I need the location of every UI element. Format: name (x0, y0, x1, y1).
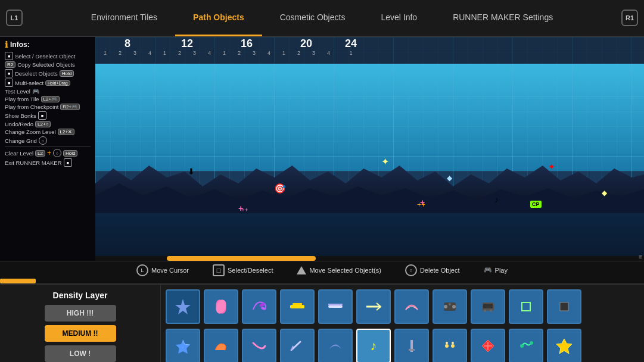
info-test-level: Test Level 🎮 (5, 88, 91, 95)
map-object-arrow-1[interactable]: ⬇ (188, 167, 195, 176)
density-medium-button[interactable]: MEDIUM !! (45, 325, 116, 342)
info-exit: Exit RUNNER MAKER ■ (5, 158, 91, 167)
object-tile-r2-6[interactable] (394, 329, 429, 362)
platforms-svg (95, 166, 644, 213)
map-object-note-1[interactable]: ♪ (494, 195, 499, 204)
info-show-bonks: Show Bonks ■ (5, 111, 91, 120)
info-play-checkpoint: Play from Checkpoint R2+🎮 (5, 104, 91, 110)
svg-text:♪: ♪ (371, 338, 377, 353)
svg-marker-0 (175, 299, 191, 314)
grid-area[interactable]: 8 1234 12 1234 16 1234 20 (95, 37, 644, 261)
svg-point-25 (452, 342, 454, 344)
map-object-gem-1[interactable]: ◆ (447, 174, 452, 182)
object-tile-r2-9[interactable] (509, 329, 543, 362)
grid-scrollbar-thumb[interactable] (167, 256, 316, 261)
badge-l1: L1 (6, 10, 23, 26)
nav-tabs: Environment Tiles Path Objects Cosmetic … (23, 0, 621, 36)
svg-point-12 (452, 305, 456, 308)
badge-r1: R1 (621, 10, 638, 26)
object-tile-r1-1[interactable] (204, 289, 238, 324)
svg-rect-21 (409, 349, 415, 351)
info-clear-level: Clear Level L2 + ○ Hold (5, 149, 91, 157)
object-tile-r1-0[interactable] (166, 289, 200, 324)
object-tile-r2-7[interactable] (433, 329, 467, 362)
objects-row-2: ♪ (166, 329, 581, 362)
object-tile-r1-2[interactable] (242, 289, 276, 324)
object-tile-r2-10[interactable] (547, 329, 581, 362)
object-tile-r1-4[interactable] (318, 289, 353, 324)
object-tile-r2-3[interactable] (280, 329, 315, 362)
action-move-cursor: L Move Cursor (136, 264, 189, 276)
objects-row-1 (166, 289, 581, 324)
action-square-key: □ (213, 264, 225, 276)
info-deselect: ■ Deselect Objects Hold (5, 69, 91, 77)
main-scrollbar-thumb[interactable] (0, 279, 36, 283)
bottom-panel: Density Layer HIGH !!! MEDIUM !! LOW ! (0, 283, 644, 362)
object-tile-r2-1[interactable] (204, 329, 238, 362)
svg-point-15 (484, 310, 486, 312)
action-triangle-key (297, 266, 306, 274)
ruler-section-20: 20 1234 (276, 37, 336, 64)
ruler-section-8: 8 1234 (98, 37, 157, 64)
svg-rect-18 (560, 302, 568, 311)
object-tile-r1-6[interactable] (394, 289, 429, 324)
object-tile-r1-3[interactable] (280, 289, 315, 324)
objects-panel: ♪ (161, 285, 586, 362)
l1-label: L1 (11, 14, 18, 21)
platform-layer (95, 166, 644, 213)
action-move-selected: Move Selected Object(s) (297, 266, 381, 274)
object-tile-r2-5[interactable]: ♪ (356, 329, 391, 362)
plus-indicator-2: + (420, 198, 425, 207)
object-tile-r2-2[interactable] (242, 329, 276, 362)
action-l-key: L (136, 264, 148, 276)
info-undo-redo: Undo/Redo L2+○ (5, 121, 91, 127)
grid-corner-dots: ⊞ (639, 254, 643, 260)
map-object-cross-1[interactable]: ✦ (548, 162, 555, 171)
bottom-right-actions: Choose Object R Place Object ○ (586, 285, 644, 362)
svg-point-23 (451, 344, 455, 348)
main-scrollbar-row (0, 279, 644, 283)
svg-point-10 (444, 305, 447, 308)
grid-ruler: 8 1234 12 1234 16 1234 20 (95, 37, 644, 64)
ruler-section-24: 24 1 (336, 37, 366, 64)
map-object-gem-2[interactable]: ◆ (602, 189, 607, 197)
tab-runner-maker-settings[interactable]: RUNNER MAKER Settings (435, 0, 571, 36)
map-object-star-1[interactable]: ✦ (381, 156, 389, 167)
info-change-grid: Change Grid ○ (5, 136, 91, 145)
object-tile-r1-10[interactable] (547, 289, 581, 324)
action-select-deselect: □ Select/Deselect (213, 264, 273, 276)
density-low-button[interactable]: LOW ! (45, 345, 116, 362)
tab-environment-tiles[interactable]: Environment Tiles (73, 0, 175, 36)
object-tile-r1-7[interactable] (433, 289, 467, 324)
info-copy: R2 Copy Selected Objects (5, 61, 91, 68)
info-change-zoom: Change Zoom Level L2+✕ (5, 129, 91, 135)
object-tile-r2-4[interactable] (318, 329, 353, 362)
main-area: ℹ Infos: ■ Select / Deselect Object R2 C… (0, 37, 644, 261)
tab-path-objects[interactable]: Path Objects (175, 0, 262, 36)
tab-cosmetic-objects[interactable]: Cosmetic Objects (262, 0, 363, 36)
action-circle-key: ○ (405, 264, 417, 276)
svg-rect-8 (328, 304, 343, 305)
object-tile-r2-0[interactable] (166, 329, 200, 362)
top-navigation: L1 Environment Tiles Path Objects Cosmet… (0, 0, 644, 37)
info-panel: ℹ Infos: ■ Select / Deselect Object R2 C… (0, 37, 95, 261)
grid-scrollbar-track[interactable] (95, 256, 644, 261)
object-tile-r1-9[interactable] (509, 289, 543, 324)
object-tile-r1-5[interactable] (356, 289, 391, 324)
svg-marker-28 (556, 339, 572, 354)
object-tile-r2-8[interactable] (471, 329, 505, 362)
plus-indicator-1: + (238, 204, 243, 213)
action-bar: L Move Cursor □ Select/Deselect Move Sel… (0, 261, 644, 279)
info-select-deselect: ■ Select / Deselect Object (5, 52, 91, 60)
object-tile-r1-8[interactable] (471, 289, 505, 324)
density-high-button[interactable]: HIGH !!! (45, 305, 116, 322)
checkpoint-badge: CP (530, 201, 542, 208)
svg-point-27 (530, 341, 533, 345)
svg-rect-6 (293, 303, 302, 305)
svg-point-16 (490, 310, 492, 312)
svg-rect-7 (328, 305, 343, 308)
square-key: ■ (5, 52, 13, 60)
map-object-object-1[interactable]: 🎯 (274, 183, 286, 194)
tab-level-info[interactable]: Level Info (363, 0, 435, 36)
svg-point-2 (214, 298, 228, 315)
